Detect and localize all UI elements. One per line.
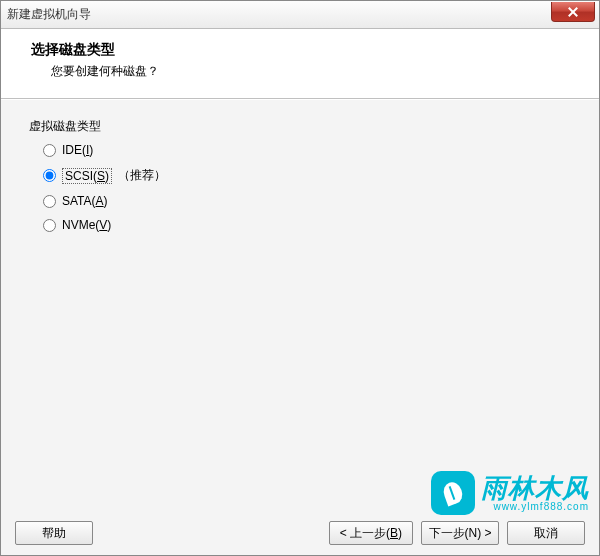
watermark-text: 雨林木风: [481, 475, 589, 501]
radio-sata-label: SATA(A): [62, 194, 108, 208]
header-title: 选择磁盘类型: [31, 41, 579, 59]
wizard-body: 虚拟磁盘类型 IDE(I) SCSI(S) （推荐） SATA(A) NVMe(…: [1, 99, 599, 517]
section-label: 虚拟磁盘类型: [29, 118, 571, 135]
radio-nvme-label: NVMe(V): [62, 218, 111, 232]
wizard-header: 选择磁盘类型 您要创建何种磁盘？: [1, 29, 599, 99]
disk-type-radio-group: IDE(I) SCSI(S) （推荐） SATA(A) NVMe(V): [43, 143, 571, 232]
next-button[interactable]: 下一步(N) >: [421, 521, 499, 545]
wizard-window: 新建虚拟机向导 选择磁盘类型 您要创建何种磁盘？ 虚拟磁盘类型 IDE(I) S…: [0, 0, 600, 556]
radio-nvme[interactable]: NVMe(V): [43, 218, 571, 232]
footer-spacer: [101, 521, 321, 555]
radio-ide[interactable]: IDE(I): [43, 143, 571, 157]
close-button[interactable]: [551, 2, 595, 22]
logo-icon: [431, 471, 475, 515]
leaf-icon: [440, 480, 466, 506]
radio-scsi-label: SCSI(S): [62, 168, 112, 184]
help-button[interactable]: 帮助: [15, 521, 93, 545]
radio-sata[interactable]: SATA(A): [43, 194, 571, 208]
radio-sata-input[interactable]: [43, 195, 56, 208]
recommended-label: （推荐）: [118, 167, 166, 184]
watermark: 雨林木风 www.ylmf888.com: [431, 471, 589, 515]
close-icon: [568, 7, 578, 17]
radio-ide-input[interactable]: [43, 144, 56, 157]
back-button[interactable]: < 上一步(B): [329, 521, 413, 545]
logo-text-wrap: 雨林木风 www.ylmf888.com: [481, 475, 589, 512]
radio-nvme-input[interactable]: [43, 219, 56, 232]
radio-scsi[interactable]: SCSI(S) （推荐）: [43, 167, 571, 184]
wizard-footer: 帮助 < 上一步(B) 下一步(N) > 取消: [1, 515, 599, 555]
radio-scsi-input[interactable]: [43, 169, 56, 182]
header-subtitle: 您要创建何种磁盘？: [51, 63, 579, 80]
radio-ide-label: IDE(I): [62, 143, 93, 157]
window-title: 新建虚拟机向导: [7, 6, 91, 23]
titlebar: 新建虚拟机向导: [1, 1, 599, 29]
cancel-button[interactable]: 取消: [507, 521, 585, 545]
watermark-url: www.ylmf888.com: [481, 501, 589, 512]
